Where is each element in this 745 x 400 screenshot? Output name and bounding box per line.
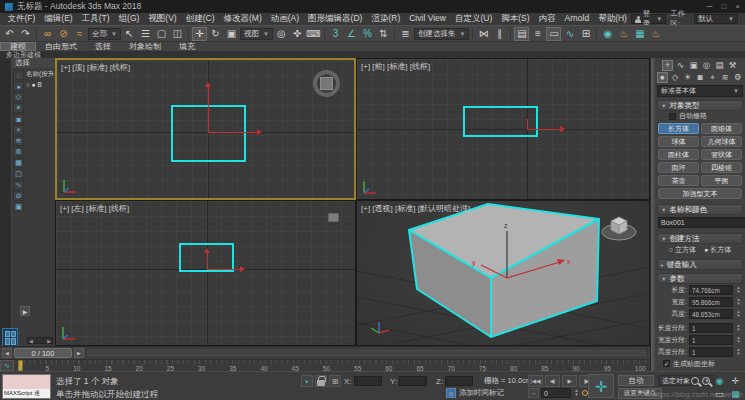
filter-shapes-icon[interactable]: ◇ xyxy=(13,92,24,102)
open-mini-curve-editor-icon[interactable]: ∿ xyxy=(0,360,14,371)
snap-toggle-3d-icon[interactable]: 3 xyxy=(328,27,343,41)
viewport-left-label[interactable]: [+] [左] [标准] [线框] xyxy=(60,203,129,214)
add-time-tag-label[interactable]: 添加时间标记 xyxy=(459,388,504,398)
time-slider-handle[interactable]: 0 / 100 xyxy=(14,348,72,358)
autogrid-checkbox[interactable] xyxy=(669,113,676,120)
param-1-field[interactable]: 95.866cm xyxy=(689,297,733,307)
lights-subtab-icon[interactable]: ☀ xyxy=(682,72,693,83)
selection-region-icon[interactable]: ▢ xyxy=(154,27,169,41)
motion-tab-icon[interactable]: ◎ xyxy=(701,60,712,71)
segment-0-spinner[interactable]: ▲▼ xyxy=(735,324,742,332)
primitive-button-10[interactable]: 加强型文本 xyxy=(658,188,742,199)
primitive-button-4[interactable]: 圆柱体 xyxy=(658,149,699,160)
menu-item-6[interactable]: 修改器(M) xyxy=(219,13,266,25)
z-coordinate-field[interactable] xyxy=(445,376,473,386)
scene-object-row[interactable]: ○ ● B xyxy=(26,81,55,88)
filter-frozen-icon[interactable]: ▢ xyxy=(13,169,24,179)
viewport-left[interactable]: [+] [左] [标准] [线框] xyxy=(55,200,356,346)
select-by-name-icon[interactable]: ☰ xyxy=(138,27,153,41)
filter-curves-icon[interactable]: ∿ xyxy=(13,180,24,190)
primitive-button-5[interactable]: 管状体 xyxy=(701,149,742,160)
segment-0-field[interactable]: 1 xyxy=(689,323,733,333)
geometry-subtab-icon[interactable]: ● xyxy=(657,72,668,83)
toggle-scene-explorer-icon[interactable]: ▤ xyxy=(514,27,529,41)
viewport-perspective-label[interactable]: [+] [透视] [标准] [默认明暗处理] xyxy=(361,203,470,214)
redo-icon[interactable]: ↷ xyxy=(18,27,33,41)
maxscript-mini-listener[interactable]: MAXScript 迷 xyxy=(2,374,51,399)
filter-display-icon[interactable]: ◌ xyxy=(13,70,24,80)
cameras-subtab-icon[interactable]: ◙ xyxy=(695,72,706,83)
spacewarps-subtab-icon[interactable]: ≋ xyxy=(720,72,731,83)
select-object-icon[interactable]: ↖ xyxy=(122,27,137,41)
menu-item-12[interactable]: 脚本(S) xyxy=(497,13,534,25)
rollout-name-color[interactable]: ▼名称和颜色 xyxy=(657,204,743,215)
unlink-selection-icon[interactable]: ⊘ xyxy=(56,27,71,41)
select-and-scale-icon[interactable]: ▣ xyxy=(224,27,239,41)
y-coordinate-field[interactable] xyxy=(399,376,427,386)
auto-key-button[interactable]: 自动 xyxy=(618,375,654,386)
zoom-all-icon[interactable] xyxy=(702,377,710,385)
display-tab-icon[interactable]: ▤ xyxy=(714,60,725,71)
render-production-icon[interactable]: ♨ xyxy=(648,27,663,41)
align-icon[interactable]: ∥ xyxy=(492,27,507,41)
segment-1-field[interactable]: 1 xyxy=(689,335,733,345)
segment-1-spinner[interactable]: ▲▼ xyxy=(735,336,742,344)
hierarchy-tab-icon[interactable]: ▣ xyxy=(688,60,699,71)
frame-spinner[interactable]: ▲▼ xyxy=(573,389,580,397)
curve-editor-icon[interactable]: ∿ xyxy=(562,27,577,41)
menu-item-8[interactable]: 图形编辑器(D) xyxy=(304,13,367,25)
menu-item-5[interactable]: 创建(C) xyxy=(181,13,219,25)
object-name-field[interactable] xyxy=(658,217,745,228)
percent-snap-icon[interactable]: % xyxy=(360,27,375,41)
rollout-creation-method[interactable]: ▼创建方法 xyxy=(657,233,743,244)
previous-frame-button[interactable]: ◀| xyxy=(545,375,560,387)
absolute-mode-toggle-icon[interactable]: ⊞ xyxy=(329,375,341,387)
cube-radio[interactable]: ○ 立方体 xyxy=(669,245,696,255)
explorer-hscrollbar[interactable]: ◀▶ xyxy=(27,337,53,344)
macro-recorder-pane[interactable] xyxy=(3,375,50,389)
select-and-rotate-icon[interactable]: ↻ xyxy=(208,27,223,41)
sign-in-dropdown[interactable]: 登录 ▼ xyxy=(631,14,666,24)
viewport-top-label[interactable]: [+] [顶] [标准] [线框] xyxy=(61,62,130,73)
menu-item-14[interactable]: Arnold xyxy=(560,13,594,25)
rendered-frame-window-icon[interactable]: ▦ xyxy=(632,27,647,41)
menu-item-0[interactable]: 文件(F) xyxy=(3,13,40,25)
named-selection-sets-dropdown[interactable]: 创建选择集▼ xyxy=(414,28,469,40)
use-pivot-center-icon[interactable]: ◎ xyxy=(274,27,289,41)
select-and-move-icon[interactable]: ✛ xyxy=(192,27,207,41)
menu-item-10[interactable]: Civil View xyxy=(405,13,451,25)
viewport-perspective[interactable]: [+] [透视] [标准] [默认明暗处理] z x xyxy=(356,200,650,346)
primitive-button-3[interactable]: 几何球体 xyxy=(701,136,742,147)
spinner-snap-icon[interactable]: ⇅ xyxy=(376,27,391,41)
track-bar-ruler[interactable]: 0510152025303540455055606570758085909510… xyxy=(18,360,650,371)
primitive-button-7[interactable]: 四棱锥 xyxy=(701,162,742,173)
shapes-subtab-icon[interactable]: ◇ xyxy=(670,72,681,83)
schematic-view-icon[interactable]: ⊞ xyxy=(578,27,593,41)
filter-lights-icon[interactable]: ☀ xyxy=(13,103,24,113)
menu-item-9[interactable]: 渲染(R) xyxy=(367,13,405,25)
menu-item-13[interactable]: 内容 xyxy=(534,13,560,25)
viewport-front[interactable]: [+] [前] [标准] [线框] xyxy=(356,58,650,200)
play-button[interactable]: ▶ xyxy=(562,375,577,387)
edit-named-selection-sets-icon[interactable]: ≣ xyxy=(398,27,413,41)
primitive-button-8[interactable]: 茶壶 xyxy=(658,175,699,186)
systems-subtab-icon[interactable]: ⚙ xyxy=(732,72,743,83)
select-and-link-icon[interactable]: ∞ xyxy=(40,27,55,41)
ribbon-tab-1[interactable]: 自由形式 xyxy=(36,42,86,51)
helpers-subtab-icon[interactable]: ⌖ xyxy=(707,72,718,83)
viewcube[interactable] xyxy=(313,70,340,97)
menu-item-2[interactable]: 工具(T) xyxy=(77,13,114,25)
workspace-dropdown[interactable]: 默认 ▼ xyxy=(694,14,738,24)
menu-item-7[interactable]: 动画(A) xyxy=(266,13,303,25)
viewport-layout-tabs-icon[interactable] xyxy=(2,328,18,347)
primitive-category-dropdown[interactable]: 标准基本体 ▼ xyxy=(657,85,743,97)
docked-panel-edge[interactable] xyxy=(0,58,12,346)
reference-coordinate-dropdown[interactable]: 视图▼ xyxy=(240,28,273,40)
viewcube[interactable] xyxy=(602,217,636,240)
viewcube[interactable] xyxy=(328,213,339,222)
primitive-button-9[interactable]: 平面 xyxy=(701,175,742,186)
window-crossing-icon[interactable]: ◫ xyxy=(170,27,185,41)
param-0-field[interactable]: 74.766cm xyxy=(689,285,733,295)
primitive-button-6[interactable]: 圆环 xyxy=(658,162,699,173)
key-mode-toggle-icon[interactable]: ↔ xyxy=(528,388,539,398)
